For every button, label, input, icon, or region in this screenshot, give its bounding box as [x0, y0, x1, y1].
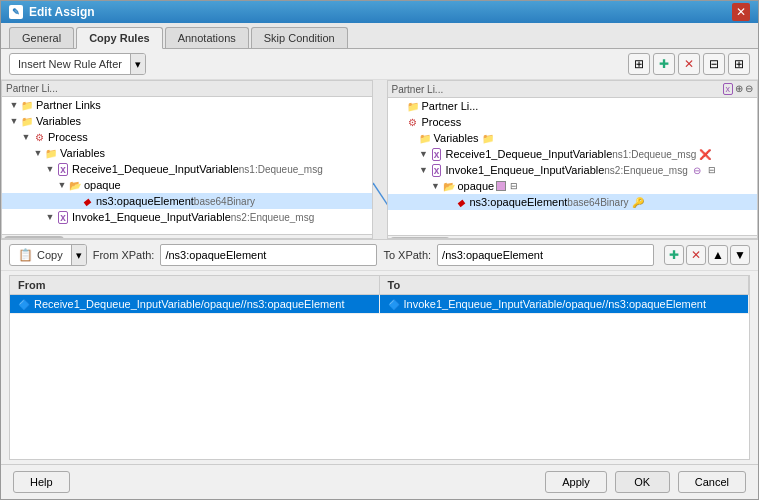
scrollbar-thumb	[4, 236, 64, 240]
tree-right-header-label: Partner Li...	[392, 84, 444, 95]
to-xpath-input[interactable]	[437, 244, 654, 266]
toolbar-icon-delete[interactable]: ✕	[678, 53, 700, 75]
node-label: Partner Li...	[422, 100, 479, 112]
tree-node-opaque[interactable]: ▼ 📂 opaque	[2, 177, 372, 193]
expand-icon[interactable]: ▼	[430, 180, 442, 192]
tree-right-scroll[interactable]: 📁 Partner Li... ⚙ Process 📁 Variables 📁	[388, 98, 758, 235]
window-title: Edit Assign	[29, 5, 95, 19]
tree-node-invoke1[interactable]: ▼ x Invoke1_Enqueue_InputVariable ns2:En…	[2, 209, 372, 225]
apply-button[interactable]: Apply	[545, 471, 607, 493]
connection-svg	[373, 80, 388, 239]
toolbar-icon-1[interactable]: ⊞	[628, 53, 650, 75]
x-icon-header: x	[723, 83, 734, 95]
minus-icon-header[interactable]: ⊖	[745, 83, 753, 95]
expand-icon[interactable]: ▼	[32, 147, 44, 159]
copy-type-button[interactable]: 📋 Copy ▾	[9, 244, 87, 266]
node-label: Variables	[36, 115, 81, 127]
folder-icon: 📁	[20, 98, 34, 112]
col-header-to: To	[380, 276, 750, 294]
bottom-right: Apply OK Cancel	[545, 471, 746, 493]
toolbar-icon-5[interactable]: ⊞	[728, 53, 750, 75]
tree-left-header: Partner Li...	[2, 81, 372, 97]
node-label: Variables	[434, 132, 479, 144]
element-icon: ◆	[80, 194, 94, 208]
insert-new-rule-button[interactable]: Insert New Rule After ▾	[9, 53, 146, 75]
plus-icon-header[interactable]: ⊕	[735, 83, 743, 95]
tree-left-scroll[interactable]: ▼ 📁 Partner Links ▼ 📁 Variables ▼ ⚙ Proc…	[2, 97, 372, 234]
table-cell-to: 🔷 Invoke1_Enqueue_InputVariable/opaque//…	[380, 295, 750, 313]
rule-down-button[interactable]: ▼	[730, 245, 750, 265]
collapse-icon[interactable]: ⊟	[508, 180, 520, 192]
close-button[interactable]: ✕	[732, 3, 750, 21]
from-xpath-label: From XPath:	[93, 249, 155, 261]
insert-dropdown-arrow[interactable]: ▾	[130, 54, 145, 74]
tree-node-proc-variables[interactable]: ▼ 📁 Variables	[2, 145, 372, 161]
rule-delete-button[interactable]: ✕	[686, 245, 706, 265]
process-icon: ⚙	[406, 115, 420, 129]
tab-copy-rules[interactable]: Copy Rules	[76, 27, 163, 49]
tree-right-partner[interactable]: 📁 Partner Li...	[388, 98, 758, 114]
tab-annotations[interactable]: Annotations	[165, 27, 249, 48]
help-button[interactable]: Help	[13, 471, 70, 493]
folder-icon: 📁	[20, 114, 34, 128]
node-label: Invoke1_Enqueue_InputVariable	[72, 211, 231, 223]
tree-node-partner-links[interactable]: ▼ 📁 Partner Links	[2, 97, 372, 113]
tree-right-process[interactable]: ⚙ Process	[388, 114, 758, 130]
tab-general[interactable]: General	[9, 27, 74, 48]
tree-node-process[interactable]: ▼ ⚙ Process	[2, 129, 372, 145]
folder-right-icon: 📁	[481, 131, 495, 145]
tree-node-opaque-element[interactable]: ◆ ns3:opaqueElement base64Binary	[2, 193, 372, 209]
toolbar-icon-2[interactable]: ✚	[653, 53, 675, 75]
rule-table-header: From To	[10, 276, 749, 295]
tree-right-variables[interactable]: 📁 Variables 📁	[388, 130, 758, 146]
tree-node-receive1[interactable]: ▼ x Receive1_Dequeue_InputVariable ns1:D…	[2, 161, 372, 177]
tree-right-scrollbar[interactable]	[388, 235, 758, 239]
node-label: Receive1_Dequeue_InputVariable	[446, 148, 613, 160]
node-type: base64Binary	[567, 197, 628, 208]
process-icon: ⚙	[32, 130, 46, 144]
rule-add-button[interactable]: ✚	[664, 245, 684, 265]
tab-skip-condition[interactable]: Skip Condition	[251, 27, 348, 48]
tree-panel-right: Partner Li... x ⊕ ⊖ 📁 Partner Li...	[388, 80, 759, 239]
svg-line-0	[373, 183, 388, 207]
element-icon: ◆	[454, 195, 468, 209]
node-label: Variables	[60, 147, 105, 159]
copy-type-label: 📋 Copy	[10, 246, 71, 264]
tree-right-invoke1[interactable]: ▼ x Invoke1_Enqueue_InputVariable ns2:En…	[388, 162, 758, 178]
folder2-icon: 📂	[68, 178, 82, 192]
toolbar-icon-4[interactable]: ⊟	[703, 53, 725, 75]
tree-left-scrollbar[interactable]	[2, 234, 372, 239]
expand-icon2[interactable]: ⊟	[706, 164, 718, 176]
node-type: ns1:Dequeue_msg	[612, 149, 696, 160]
tree-right-opaque[interactable]: ▼ 📂 opaque ⊟	[388, 178, 758, 194]
x-icon: x	[56, 210, 70, 224]
expand-icon[interactable]: ▼	[20, 131, 32, 143]
expand-icon[interactable]: ▼	[8, 115, 20, 127]
from-xpath-input[interactable]	[160, 244, 377, 266]
copy-dropdown-arrow[interactable]: ▾	[71, 245, 86, 265]
bottom-bar: Help Apply OK Cancel	[1, 464, 758, 499]
expand-icon[interactable]: ▼	[44, 211, 56, 223]
expand-icon[interactable]: ▼	[418, 164, 430, 176]
cell-to-text: Invoke1_Enqueue_InputVariable/opaque//ns…	[404, 298, 707, 310]
expand-icon[interactable]: ▼	[56, 179, 68, 191]
cancel-button[interactable]: Cancel	[678, 471, 746, 493]
expand-icon[interactable]: ▼	[44, 163, 56, 175]
tree-right-opaque-element[interactable]: ◆ ns3:opaqueElement base64Binary 🔑	[388, 194, 758, 210]
expand-icon[interactable]: ▼	[418, 148, 430, 160]
tree-right-receive1[interactable]: ▼ x Receive1_Dequeue_InputVariable ns1:D…	[388, 146, 758, 162]
rule-table: From To 🔷 Receive1_Dequeue_InputVariable…	[9, 275, 750, 460]
tree-panel-left: Partner Li... ▼ 📁 Partner Links ▼ 📁 Vari…	[1, 80, 372, 239]
rule-up-button[interactable]: ▲	[708, 245, 728, 265]
expand-icon[interactable]: ▼	[8, 99, 20, 111]
x-icon: x	[56, 162, 70, 176]
table-cell-from: 🔷 Receive1_Dequeue_InputVariable/opaque/…	[10, 295, 380, 313]
ok-button[interactable]: OK	[615, 471, 670, 493]
expand-icon	[406, 132, 418, 144]
to-xpath-label: To XPath:	[383, 249, 431, 261]
expand-icon	[394, 116, 406, 128]
node-label: opaque	[84, 179, 121, 191]
node-type: ns2:Enqueue_msg	[231, 212, 314, 223]
tree-node-variables[interactable]: ▼ 📁 Variables	[2, 113, 372, 129]
table-row[interactable]: 🔷 Receive1_Dequeue_InputVariable/opaque/…	[10, 295, 749, 314]
